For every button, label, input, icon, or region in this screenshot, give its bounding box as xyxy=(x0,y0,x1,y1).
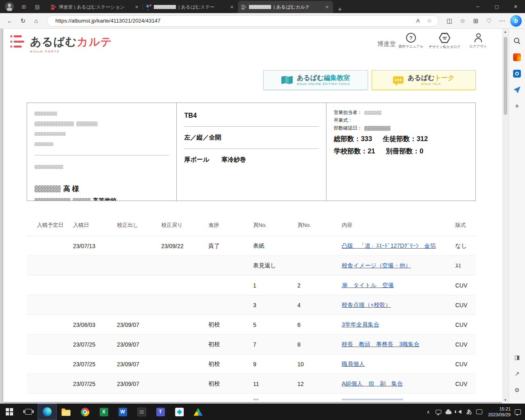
tray-chevron-icon[interactable]: ∧ xyxy=(425,409,431,415)
tray-volume-icon[interactable] xyxy=(456,410,462,414)
table-row: 12扉 タイトル 空撮CUV xyxy=(27,276,476,295)
collections-icon[interactable]: ⊞ xyxy=(469,15,482,27)
content-link[interactable]: 扉 タイトル 空撮 xyxy=(342,282,394,288)
scroll-up-icon[interactable]: ▲ xyxy=(504,29,507,35)
sidebar-drop-icon[interactable] xyxy=(511,84,523,96)
sidebar-external-icon[interactable]: ↗ xyxy=(511,368,523,380)
divider xyxy=(184,126,318,127)
content-link[interactable]: A組個人 担 副 集合 xyxy=(342,380,403,387)
folder-icon xyxy=(62,410,71,416)
logout-button[interactable]: ログアウト xyxy=(465,33,491,50)
read-aloud-icon[interactable]: A xyxy=(412,15,424,27)
sidebar-m365-icon[interactable] xyxy=(511,51,523,63)
start-button[interactable] xyxy=(0,404,19,420)
design-catalog-button[interactable]: デザイン集カタログ xyxy=(431,33,458,50)
album-talk-button[interactable]: あるばむトーク Album TALK xyxy=(372,70,476,90)
ime-options-icon[interactable] xyxy=(476,409,483,414)
page-scrollbar[interactable]: ▲ ▼ xyxy=(502,29,509,404)
favorites-icon[interactable]: ☆ xyxy=(456,15,469,27)
url-input[interactable] xyxy=(55,18,412,24)
cell-content: A組個人 担 副 集合 xyxy=(331,380,445,388)
sidebar-settings-icon[interactable]: ⚙ xyxy=(511,384,523,396)
redacted-confirm-date xyxy=(364,126,390,131)
taskbar-app-8[interactable] xyxy=(132,404,151,420)
sidebar-add-icon[interactable]: + xyxy=(511,100,523,112)
content-link[interactable]: 3学年全員集合 xyxy=(342,321,379,328)
cell-submitted: 23/07/25 xyxy=(63,381,107,387)
confirm-date-label: 部数確認日： xyxy=(334,125,362,131)
monitor-icon xyxy=(436,410,441,414)
browser-tab-1[interactable]: 博進堂 | あるばむステーション ✕ xyxy=(48,1,143,13)
cell-p2: 4 xyxy=(287,302,331,308)
content-link[interactable]: 職員個人 xyxy=(342,361,365,367)
content-link[interactable]: 校舎イメージ（空撮・他） xyxy=(342,262,411,269)
close-button[interactable]: ✕ xyxy=(506,0,525,13)
map-icon xyxy=(281,76,293,84)
tab2-close-icon[interactable]: ✕ xyxy=(229,5,235,10)
profile-avatar-icon[interactable] xyxy=(5,2,14,11)
sidebar-search-icon[interactable] xyxy=(511,34,523,47)
taskbar-chrome-app[interactable] xyxy=(75,404,94,420)
address-bar[interactable]: A ☆ xyxy=(47,15,439,27)
taskbar-file-explorer-app[interactable] xyxy=(57,404,75,420)
cell-status: 初校 xyxy=(198,321,243,329)
spec-layout: 左／縦／全開 xyxy=(184,134,318,142)
scroll-down-icon[interactable]: ▼ xyxy=(504,397,507,404)
browser-essentials-icon[interactable]: ♡ xyxy=(482,15,495,27)
taskbar-app-10[interactable] xyxy=(170,404,189,420)
browser-tab-2[interactable]: | あるばむステー ✕ xyxy=(143,1,238,13)
home-icon[interactable]: ⌂ xyxy=(30,15,43,27)
extra-copies: 別冊部数：0 xyxy=(386,147,424,155)
taskbar-word-app[interactable]: W xyxy=(113,404,132,420)
content-link[interactable]: 校舎点描（+校歌） xyxy=(342,301,391,308)
cell-proof_out: 23/09/07 xyxy=(107,361,151,368)
copilot-icon[interactable]: b xyxy=(510,15,522,27)
customer-column: 高 様 高等学校 xyxy=(27,103,176,201)
ceremony-label: 卒業式： xyxy=(334,117,353,123)
album-editing-room-button[interactable]: あるばむ編集教室 Album ONLINE EDITING TOOLS xyxy=(263,70,368,90)
cell-proof_out: 23/09/07 xyxy=(107,341,151,348)
maximize-button[interactable]: ▢ xyxy=(487,0,506,13)
content-link[interactable]: 凸版 「道」ｽｴｰﾄﾞ127Dｸﾞﾘｰﾝ 金箔 xyxy=(342,242,436,249)
task-view-button[interactable] xyxy=(19,404,38,420)
redacted-tab2-text xyxy=(154,5,176,9)
split-screen-icon[interactable]: ◫ xyxy=(443,15,456,27)
taskbar-clock[interactable]: 15:21 2023/09/29 xyxy=(488,406,511,418)
scroll-thumb[interactable] xyxy=(504,37,507,115)
content-link[interactable]: 校長 教頭 事務長 3職集合 xyxy=(342,341,420,347)
settings-menu-icon[interactable]: ⋯ xyxy=(495,15,509,27)
taskbar-teams-app[interactable]: T xyxy=(151,404,170,420)
cell-content: 凸版 「道」ｽｴｰﾄﾞ127Dｸﾞﾘｰﾝ 金箔 xyxy=(331,242,445,250)
tray-device-icon[interactable] xyxy=(435,410,442,414)
cell-format: CUV xyxy=(445,361,476,368)
taskbar-edge-app[interactable] xyxy=(38,404,57,420)
tab1-close-icon[interactable]: ✕ xyxy=(134,5,139,10)
logo-subtext: Album KARTE xyxy=(30,50,112,53)
browser-tab-3-active[interactable]: | あるばむカルテ ✕ xyxy=(238,1,333,13)
favorite-star-icon[interactable]: ☆ xyxy=(424,15,435,27)
taskbar-app-11[interactable] xyxy=(189,404,208,420)
customer-name: 高 様 xyxy=(63,184,79,194)
triangle-app-icon xyxy=(194,408,203,416)
new-tab-button[interactable]: + xyxy=(333,6,347,13)
sidebar-outlook-icon[interactable] xyxy=(511,67,523,80)
taskbar-apps: X W T xyxy=(0,404,208,420)
cell-content: 校舎点描（+校歌） xyxy=(331,301,445,309)
minimize-button[interactable]: ─ xyxy=(468,0,487,13)
ime-mode-icon[interactable]: あ xyxy=(466,408,472,415)
tab-actions-icon[interactable]: ▤ xyxy=(34,4,41,10)
tray-cloud-icon[interactable] xyxy=(445,409,452,414)
action-center-icon[interactable] xyxy=(514,409,521,415)
cell-format: なし xyxy=(445,242,476,250)
workspaces-icon[interactable]: ⊞ xyxy=(20,4,27,10)
spec-code: TB4 xyxy=(184,112,318,119)
redacted-text xyxy=(34,142,53,146)
sidebar-panel-icon[interactable]: ◨ xyxy=(511,351,523,363)
back-icon[interactable]: ← xyxy=(3,15,16,27)
tab3-close-icon[interactable]: ✕ xyxy=(324,5,330,10)
cell-status: 責了 xyxy=(198,242,243,250)
refresh-icon[interactable]: ↻ xyxy=(16,15,30,27)
manual-button[interactable]: ? 操作マニュアル xyxy=(398,33,424,50)
taskbar-excel-app[interactable]: X xyxy=(94,404,113,420)
site-logo[interactable]: あるばむカルテ Album KARTE xyxy=(10,34,112,53)
